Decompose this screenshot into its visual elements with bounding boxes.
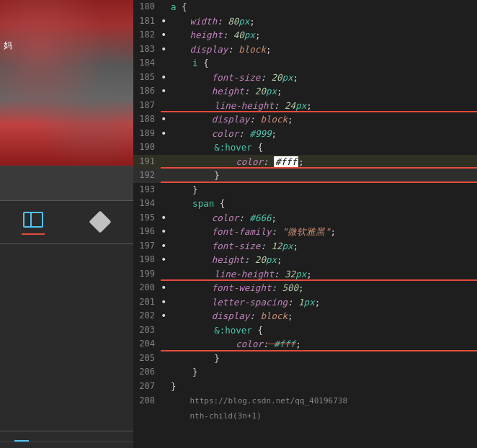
- css-property: line-height: [214, 100, 274, 111]
- css-value-num: 20: [249, 86, 266, 97]
- css-value-num: 40: [228, 30, 244, 40]
- code-text: ;: [266, 44, 272, 55]
- code-text: ;: [287, 310, 293, 321]
- bullet-point: •: [161, 42, 166, 57]
- css-colon: :: [274, 269, 280, 279]
- line-number: 197: [133, 239, 161, 254]
- css-unit: px: [282, 72, 293, 83]
- code-line: 195• color: #666;: [133, 211, 477, 225]
- code-line: 183• display: block;: [133, 42, 477, 57]
- line-code: color: #666;: [168, 211, 477, 225]
- line-number: 198: [133, 253, 161, 267]
- bullet-point: •: [161, 239, 166, 254]
- split-icon-box[interactable]: [22, 210, 45, 235]
- css-value-num: 80: [223, 16, 239, 27]
- code-text: ;: [306, 269, 312, 279]
- css-unit: px: [266, 254, 277, 265]
- css-colon: :: [271, 282, 277, 293]
- line-code: font-size: 20px;: [168, 71, 477, 85]
- css-colon: :: [287, 297, 293, 308]
- css-selector: &:hover: [214, 142, 252, 153]
- address-bar: [0, 244, 133, 250]
- code-text: ;: [249, 16, 255, 27]
- code-line: 194 span {: [133, 197, 477, 211]
- code-text: ;: [277, 86, 282, 97]
- bullet-point: •: [161, 253, 166, 267]
- css-value-str: block: [233, 44, 266, 55]
- css-property: line-height: [214, 269, 274, 279]
- tab-computed[interactable]: [14, 431, 29, 442]
- code-text: ;: [295, 339, 301, 349]
- tab-event[interactable]: [29, 431, 43, 442]
- line-number: 183: [133, 42, 161, 57]
- bullet-point: •: [161, 211, 166, 225]
- css-colon: :: [249, 114, 255, 125]
- line-number: 202: [133, 309, 161, 323]
- line-number: 182: [133, 28, 161, 42]
- css-property: color: [212, 128, 239, 139]
- code-text: ;: [306, 100, 312, 111]
- security-label: [0, 422, 133, 431]
- line-number: 194: [133, 197, 161, 211]
- css-unit: px: [282, 241, 293, 251]
- css-value-num: 500: [277, 282, 298, 293]
- css-value-num: 20: [249, 254, 266, 265]
- line-code: &:hover {: [171, 323, 477, 338]
- line-number: 206: [133, 365, 161, 380]
- css-value-hash: #666: [244, 212, 272, 223]
- line-code: display: block;: [168, 42, 477, 57]
- filter-bar[interactable]: [0, 442, 133, 448]
- css-value-num: 1: [293, 297, 304, 308]
- css-unit: px: [244, 30, 255, 40]
- line-number: 200: [133, 281, 161, 295]
- mailbox-bar[interactable]: [0, 166, 133, 200]
- diamond-icon-box[interactable]: [89, 212, 112, 233]
- thumbnail-overlay-text: 妈: [4, 40, 12, 52]
- css-colon: :: [228, 44, 233, 55]
- code-text: ;: [271, 212, 277, 223]
- css-selector: i: [192, 58, 198, 68]
- line-code: }: [171, 380, 477, 394]
- code-line: 207}: [133, 380, 477, 394]
- line-code: &:hover {: [171, 140, 477, 155]
- css-value-num: 20: [266, 72, 282, 83]
- css-colon: :: [249, 310, 255, 321]
- css-unit: px: [295, 269, 306, 279]
- css-property: letter-spacing: [212, 297, 287, 308]
- line-number: 180: [133, 0, 161, 14]
- code-line: 199 line-height: 32px;: [133, 267, 477, 282]
- line-number: 193: [133, 183, 161, 197]
- css-property: width: [190, 16, 218, 27]
- line-number: 199: [133, 267, 161, 282]
- css-value-str: block: [255, 310, 287, 321]
- code-text: [268, 156, 274, 167]
- tab-styles[interactable]: [0, 431, 14, 442]
- line-code: nth-child(3n+1): [171, 408, 477, 424]
- line-number: 185: [133, 71, 161, 85]
- code-text: }: [171, 381, 177, 392]
- code-line: 192 }: [133, 169, 477, 183]
- line-code: span {: [171, 197, 477, 211]
- bullet-point: •: [161, 127, 166, 141]
- code-text: }: [214, 353, 220, 364]
- css-property: color: [236, 156, 263, 167]
- css-selector: &:hover: [214, 325, 252, 336]
- css-unit: px: [239, 16, 249, 27]
- line-number: 189: [133, 127, 161, 141]
- css-property: color: [236, 339, 263, 349]
- diamond-view-icon: [89, 212, 112, 232]
- line-code: a {: [171, 0, 477, 14]
- css-value-str: "微软雅黑": [277, 226, 331, 237]
- code-line: 180a {: [133, 0, 477, 14]
- code-text: {: [252, 142, 263, 153]
- line-code: i {: [171, 56, 477, 71]
- code-text: ;: [298, 282, 304, 293]
- bullet-point: •: [161, 28, 166, 42]
- bullet-point: •: [161, 281, 166, 295]
- bullet-point: •: [161, 309, 166, 323]
- bullet-point: •: [161, 295, 166, 310]
- code-line: 197• font-size: 12px;: [133, 239, 477, 254]
- css-unit: px: [304, 297, 315, 308]
- code-panel: 180a {181• width: 80px;182• height: 40px…: [133, 0, 477, 448]
- line-number: 207: [133, 380, 161, 394]
